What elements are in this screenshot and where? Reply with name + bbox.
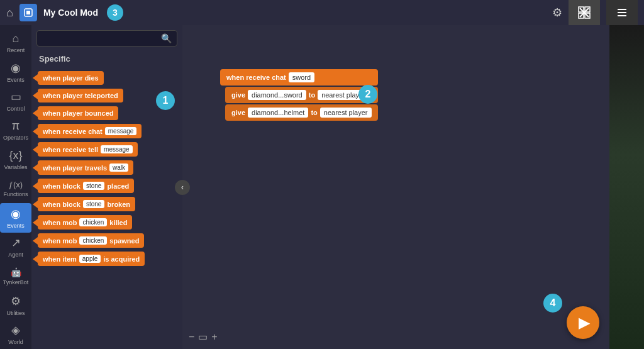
home-icon[interactable]: ⌂ <box>6 6 13 19</box>
search-bar[interactable]: 🔍 <box>36 30 177 47</box>
bottom-bar: − ▭ + <box>189 331 218 343</box>
canvas-block-to2: to <box>311 109 317 116</box>
sidebar-item-tynkerbot[interactable]: 🤖 TynkerBot <box>0 262 31 291</box>
variables-icon: {x} <box>9 149 22 162</box>
block-text: when receive tell <box>43 146 98 153</box>
search-icon: 🔍 <box>161 33 172 43</box>
zoom-box-icon[interactable]: ▭ <box>198 331 208 343</box>
canvas-block-to: to <box>309 91 315 99</box>
block-suffix: broken <box>107 201 130 208</box>
block-suffix: is acquired <box>103 255 140 263</box>
block-text: when block <box>43 182 80 190</box>
block-suffix: spawned <box>109 237 139 245</box>
canvas-area[interactable]: when receive chat sword give diamond...s… <box>182 25 609 349</box>
block-text: when player travels <box>43 164 107 172</box>
block-input-chicken1: chicken <box>79 218 107 226</box>
canvas-trigger-block[interactable]: when receive chat sword <box>220 69 378 86</box>
block-input-stone2: stone <box>83 200 104 208</box>
block-when-mob-spawned[interactable]: when mob chicken spawned <box>38 233 144 248</box>
events2-icon: ◉ <box>11 207 21 221</box>
block-when-player-dies[interactable]: when player dies <box>38 71 104 85</box>
block-when-mob-killed[interactable]: when mob chicken killed <box>38 215 132 230</box>
block-when-receive-tell[interactable]: when receive tell message <box>38 142 138 157</box>
block-when-player-bounced[interactable]: when player bounced <box>38 106 118 120</box>
block-text: when block <box>43 201 80 208</box>
sidebar-item-events-active[interactable]: ◉ Events <box>0 203 31 232</box>
block-suffix: placed <box>107 182 129 190</box>
recent-icon: ⌂ <box>13 32 19 45</box>
search-input[interactable] <box>42 34 161 43</box>
functions-icon: ƒ(x) <box>9 180 23 189</box>
block-input-stone1: stone <box>83 182 104 190</box>
panel-collapse-button[interactable]: ‹ <box>175 180 190 195</box>
sidebar-item-control[interactable]: ▭ Control <box>0 87 31 116</box>
canvas-block-text: when receive chat <box>226 74 286 81</box>
agent-icon: ↗ <box>11 236 21 250</box>
sidebar-item-agent[interactable]: ↗ Agent <box>0 233 31 262</box>
block-when-block-broken[interactable]: when block stone broken <box>38 197 135 211</box>
sidebar-item-functions[interactable]: ƒ(x) Functions <box>0 174 31 203</box>
utilities-icon: ⚙ <box>11 294 21 308</box>
canvas-block-group: when receive chat sword give diamond...s… <box>220 69 378 121</box>
block-input-apple: apple <box>79 255 101 263</box>
block-input-chicken2: chicken <box>79 236 107 245</box>
project-icon <box>19 4 37 21</box>
zoom-in-icon[interactable]: + <box>211 331 217 343</box>
play-icon: ▶ <box>579 314 590 331</box>
play-button[interactable]: ▶ <box>567 306 599 339</box>
hamburger-menu-button[interactable] <box>606 0 638 25</box>
block-text: when mob <box>43 219 77 226</box>
block-text: when player teleported <box>43 92 118 99</box>
block-when-receive-chat[interactable]: when receive chat message <box>38 124 142 138</box>
block-text: when receive chat <box>43 128 103 135</box>
zoom-out-icon[interactable]: − <box>189 331 194 343</box>
block-text: when item <box>43 255 77 263</box>
block-input-message2: message <box>101 145 133 153</box>
sidebar-item-utilities[interactable]: ⚙ Utilities <box>0 291 31 319</box>
block-suffix: killed <box>109 219 127 226</box>
settings-icon[interactable]: ⚙ <box>552 6 562 19</box>
canvas-block-give: give <box>231 91 245 99</box>
sidebar-item-operators[interactable]: π Operators <box>0 116 31 145</box>
section-label: Specific <box>31 52 182 69</box>
nav-sidebar: ⌂ Recent ◉ Events ▭ Control π Operators … <box>0 25 31 349</box>
canvas-block-target-2[interactable]: nearest player <box>320 108 372 118</box>
canvas-block-input-sword[interactable]: sword <box>289 72 314 82</box>
right-preview <box>609 25 644 349</box>
canvas-block-give2: give <box>231 109 245 116</box>
blocks-list: when player dies when player teleported … <box>31 69 182 349</box>
block-when-player-travels[interactable]: when player travels walk <box>38 160 133 175</box>
events-icon: ◉ <box>11 61 21 75</box>
badge-3: 3 <box>107 4 123 21</box>
tynkerbot-icon: 🤖 <box>11 267 21 277</box>
badge-2: 2 <box>358 85 377 104</box>
main-area: ⌂ Recent ◉ Events ▭ Control π Operators … <box>0 25 644 349</box>
close-grid-button[interactable] <box>569 0 600 25</box>
block-input-walk: walk <box>109 163 128 172</box>
block-when-player-teleported[interactable]: when player teleported <box>38 89 123 102</box>
block-text: when player bounced <box>43 109 113 117</box>
badge-4: 4 <box>543 294 562 313</box>
sidebar-item-events[interactable]: ◉ Events <box>0 57 31 86</box>
block-when-block-placed[interactable]: when block stone placed <box>38 179 134 193</box>
canvas-give-block-1[interactable]: give diamond...sword to nearest player <box>225 87 378 103</box>
block-input-message: message <box>105 127 137 135</box>
operators-icon: π <box>12 119 19 133</box>
block-text: when player dies <box>43 74 99 82</box>
badge-1: 1 <box>156 91 175 110</box>
canvas-give-block-2[interactable]: give diamond...helmet to nearest player <box>225 104 378 121</box>
svg-rect-1 <box>26 11 30 14</box>
block-text: when mob <box>43 237 77 245</box>
blocks-panel: 🔍 Specific 1 when player dies when playe… <box>31 25 182 349</box>
world-icon: ◈ <box>11 323 20 337</box>
control-icon: ▭ <box>11 90 21 104</box>
canvas-block-item-sword[interactable]: diamond...sword <box>248 90 306 100</box>
block-when-item-acquired[interactable]: when item apple is acquired <box>38 252 145 266</box>
canvas-block-item-helmet[interactable]: diamond...helmet <box>248 108 308 118</box>
sidebar-item-world[interactable]: ◈ World <box>0 320 31 349</box>
top-bar: ⌂ My Cool Mod 3 ⚙ <box>0 0 644 25</box>
project-title: My Cool Mod <box>43 8 98 18</box>
sidebar-item-recent[interactable]: ⌂ Recent <box>0 28 31 57</box>
sidebar-item-variables[interactable]: {x} Variables <box>0 145 31 174</box>
